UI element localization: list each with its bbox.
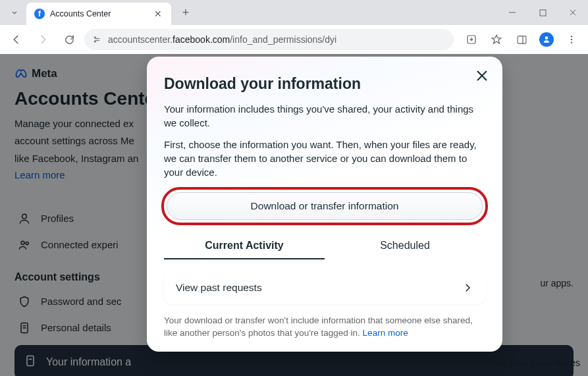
modal-title: Download your information — [164, 75, 485, 93]
tab-search-dropdown[interactable] — [4, 2, 25, 23]
new-tab-button[interactable]: + — [176, 3, 195, 22]
browser-tab[interactable]: f Accounts Center ✕ — [26, 3, 171, 25]
modal-footnote: Your download or transfer won't include … — [164, 315, 485, 340]
install-app-icon[interactable] — [460, 28, 483, 51]
modal-paragraph: First, choose the information you want. … — [164, 138, 485, 179]
svg-point-7 — [571, 41, 572, 43]
svg-point-6 — [571, 39, 572, 40]
bookmark-icon[interactable] — [485, 28, 508, 51]
tab-title: Accounts Center — [50, 9, 147, 18]
tab-current-activity[interactable]: Current Activity — [164, 234, 325, 259]
svg-rect-1 — [540, 10, 546, 16]
tab-bar: f Accounts Center ✕ + — [0, 0, 588, 25]
tab-close-button[interactable]: ✕ — [153, 9, 163, 19]
profile-button[interactable] — [535, 28, 558, 51]
chevron-right-icon — [462, 282, 473, 294]
forward-button[interactable] — [32, 28, 54, 51]
reload-button[interactable] — [58, 28, 80, 51]
url-input[interactable]: accountscenter.facebook.com/info_and_per… — [84, 29, 454, 50]
arrow-left-icon — [11, 34, 22, 45]
window-minimize-button[interactable] — [497, 2, 527, 23]
chevron-down-icon — [10, 8, 19, 17]
close-icon — [475, 68, 489, 83]
window-maximize-button[interactable] — [527, 2, 558, 23]
facebook-favicon-icon: f — [34, 9, 45, 19]
footnote-learn-more-link[interactable]: Learn more — [363, 328, 408, 338]
arrow-right-icon — [37, 34, 49, 45]
site-settings-icon[interactable] — [92, 34, 103, 45]
view-past-requests-row[interactable]: View past requests — [164, 271, 485, 304]
download-info-modal: Download your information Your informati… — [147, 57, 502, 352]
row-label: View past requests — [176, 282, 262, 294]
svg-rect-3 — [518, 36, 526, 43]
url-text: accountscenter.facebook.com/info_and_per… — [108, 34, 336, 45]
download-transfer-button[interactable]: Download or transfer information — [167, 192, 483, 220]
tab-scheduled[interactable]: Scheduled — [325, 234, 485, 259]
window-close-button[interactable] — [558, 2, 588, 23]
window-controls — [497, 0, 588, 25]
modal-tabs: Current Activity Scheduled — [164, 234, 485, 259]
modal-paragraph: Your information includes things you've … — [164, 102, 485, 130]
side-panel-icon[interactable] — [510, 28, 533, 51]
svg-point-5 — [571, 36, 572, 37]
address-bar: accountscenter.facebook.com/info_and_per… — [0, 25, 588, 54]
browser-chrome: f Accounts Center ✕ + accountscenter.fac… — [0, 0, 588, 55]
back-button[interactable] — [5, 28, 28, 51]
highlight-annotation: Download or transfer information — [161, 187, 488, 225]
modal-close-button[interactable] — [471, 65, 493, 87]
reload-icon — [64, 34, 75, 45]
chrome-menu-button[interactable] — [560, 28, 583, 51]
